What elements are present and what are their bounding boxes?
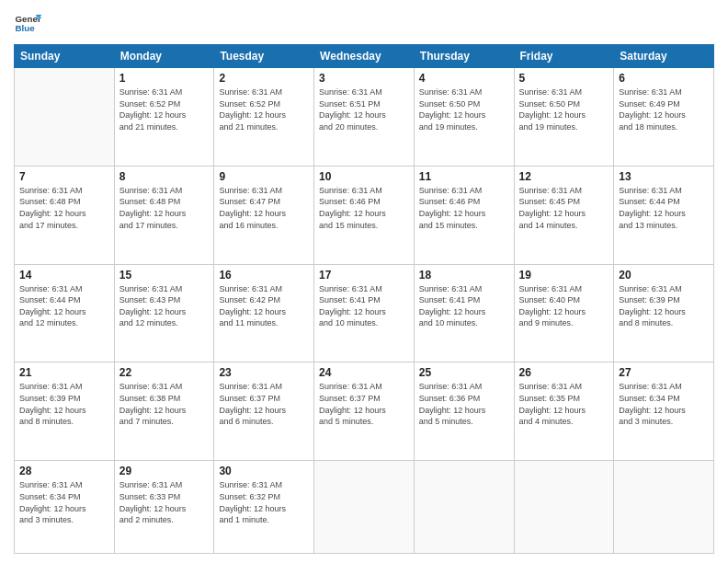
calendar-cell: 12Sunrise: 6:31 AM Sunset: 6:45 PM Dayli… xyxy=(514,166,614,264)
day-number: 7 xyxy=(19,170,109,183)
day-info: Sunrise: 6:31 AM Sunset: 6:49 PM Dayligh… xyxy=(619,86,709,132)
weekday-header-friday: Friday xyxy=(514,45,614,68)
calendar-cell: 1Sunrise: 6:31 AM Sunset: 6:52 PM Daylig… xyxy=(114,68,214,167)
weekday-header-thursday: Thursday xyxy=(414,45,514,68)
calendar-cell xyxy=(414,461,514,554)
calendar-cell: 4Sunrise: 6:31 AM Sunset: 6:50 PM Daylig… xyxy=(414,68,514,167)
day-info: Sunrise: 6:31 AM Sunset: 6:44 PM Dayligh… xyxy=(619,185,709,231)
calendar-cell: 28Sunrise: 6:31 AM Sunset: 6:34 PM Dayli… xyxy=(15,461,115,554)
day-number: 29 xyxy=(119,465,210,477)
day-info: Sunrise: 6:31 AM Sunset: 6:52 PM Dayligh… xyxy=(219,86,309,132)
day-number: 15 xyxy=(119,269,210,282)
day-number: 20 xyxy=(619,269,709,282)
day-number: 10 xyxy=(319,170,409,183)
calendar-cell: 5Sunrise: 6:31 AM Sunset: 6:50 PM Daylig… xyxy=(514,68,614,167)
calendar-week-3: 14Sunrise: 6:31 AM Sunset: 6:44 PM Dayli… xyxy=(15,264,714,362)
day-info: Sunrise: 6:31 AM Sunset: 6:39 PM Dayligh… xyxy=(619,283,709,329)
calendar-cell: 29Sunrise: 6:31 AM Sunset: 6:33 PM Dayli… xyxy=(114,461,214,554)
day-info: Sunrise: 6:31 AM Sunset: 6:50 PM Dayligh… xyxy=(419,86,509,132)
calendar-cell: 21Sunrise: 6:31 AM Sunset: 6:39 PM Dayli… xyxy=(15,362,115,461)
calendar-cell: 11Sunrise: 6:31 AM Sunset: 6:46 PM Dayli… xyxy=(414,166,514,264)
day-info: Sunrise: 6:31 AM Sunset: 6:44 PM Dayligh… xyxy=(19,283,109,329)
calendar-cell: 10Sunrise: 6:31 AM Sunset: 6:46 PM Dayli… xyxy=(314,166,415,264)
calendar-cell xyxy=(15,68,115,167)
calendar-cell: 30Sunrise: 6:31 AM Sunset: 6:32 PM Dayli… xyxy=(214,461,314,554)
day-info: Sunrise: 6:31 AM Sunset: 6:51 PM Dayligh… xyxy=(319,86,409,132)
day-number: 13 xyxy=(619,170,709,183)
day-info: Sunrise: 6:31 AM Sunset: 6:50 PM Dayligh… xyxy=(519,86,609,132)
day-number: 25 xyxy=(419,366,509,379)
day-number: 22 xyxy=(119,366,210,379)
weekday-header-saturday: Saturday xyxy=(614,45,714,68)
calendar-cell xyxy=(614,461,714,554)
day-info: Sunrise: 6:31 AM Sunset: 6:37 PM Dayligh… xyxy=(219,381,309,427)
calendar-cell: 13Sunrise: 6:31 AM Sunset: 6:44 PM Dayli… xyxy=(614,166,714,264)
weekday-header-sunday: Sunday xyxy=(15,45,115,68)
calendar-cell: 15Sunrise: 6:31 AM Sunset: 6:43 PM Dayli… xyxy=(114,264,214,362)
day-number: 3 xyxy=(319,72,409,85)
weekday-header-tuesday: Tuesday xyxy=(214,45,314,68)
day-info: Sunrise: 6:31 AM Sunset: 6:33 PM Dayligh… xyxy=(119,479,210,525)
logo: General Blue xyxy=(14,9,47,37)
calendar-cell: 18Sunrise: 6:31 AM Sunset: 6:41 PM Dayli… xyxy=(414,264,514,362)
calendar-cell: 8Sunrise: 6:31 AM Sunset: 6:48 PM Daylig… xyxy=(114,166,214,264)
calendar-week-2: 7Sunrise: 6:31 AM Sunset: 6:48 PM Daylig… xyxy=(15,166,714,264)
calendar-cell: 3Sunrise: 6:31 AM Sunset: 6:51 PM Daylig… xyxy=(314,68,415,167)
calendar-cell: 19Sunrise: 6:31 AM Sunset: 6:40 PM Dayli… xyxy=(514,264,614,362)
day-info: Sunrise: 6:31 AM Sunset: 6:43 PM Dayligh… xyxy=(119,283,210,329)
day-number: 27 xyxy=(619,366,709,379)
weekday-header-monday: Monday xyxy=(114,45,214,68)
calendar-cell xyxy=(314,461,415,554)
day-info: Sunrise: 6:31 AM Sunset: 6:46 PM Dayligh… xyxy=(419,185,509,231)
day-number: 24 xyxy=(319,366,409,379)
calendar-table: SundayMondayTuesdayWednesdayThursdayFrid… xyxy=(14,44,714,554)
weekday-header-row: SundayMondayTuesdayWednesdayThursdayFrid… xyxy=(15,45,714,68)
calendar-cell: 24Sunrise: 6:31 AM Sunset: 6:37 PM Dayli… xyxy=(314,362,415,461)
calendar-cell: 9Sunrise: 6:31 AM Sunset: 6:47 PM Daylig… xyxy=(214,166,314,264)
day-info: Sunrise: 6:31 AM Sunset: 6:52 PM Dayligh… xyxy=(119,86,210,132)
day-info: Sunrise: 6:31 AM Sunset: 6:47 PM Dayligh… xyxy=(219,185,309,231)
day-info: Sunrise: 6:31 AM Sunset: 6:46 PM Dayligh… xyxy=(319,185,409,231)
day-info: Sunrise: 6:31 AM Sunset: 6:42 PM Dayligh… xyxy=(219,283,309,329)
day-number: 4 xyxy=(419,72,509,85)
calendar-cell: 6Sunrise: 6:31 AM Sunset: 6:49 PM Daylig… xyxy=(614,68,714,167)
day-number: 16 xyxy=(219,269,309,282)
day-number: 2 xyxy=(219,72,309,85)
day-info: Sunrise: 6:31 AM Sunset: 6:39 PM Dayligh… xyxy=(19,381,109,427)
calendar-cell: 14Sunrise: 6:31 AM Sunset: 6:44 PM Dayli… xyxy=(15,264,115,362)
day-info: Sunrise: 6:31 AM Sunset: 6:45 PM Dayligh… xyxy=(519,185,609,231)
day-info: Sunrise: 6:31 AM Sunset: 6:48 PM Dayligh… xyxy=(19,185,109,231)
day-info: Sunrise: 6:31 AM Sunset: 6:36 PM Dayligh… xyxy=(419,381,509,427)
day-number: 19 xyxy=(519,269,609,282)
day-number: 6 xyxy=(619,72,709,85)
day-info: Sunrise: 6:31 AM Sunset: 6:40 PM Dayligh… xyxy=(519,283,609,329)
day-number: 9 xyxy=(219,170,309,183)
day-info: Sunrise: 6:31 AM Sunset: 6:48 PM Dayligh… xyxy=(119,185,210,231)
calendar-cell: 17Sunrise: 6:31 AM Sunset: 6:41 PM Dayli… xyxy=(314,264,415,362)
day-number: 30 xyxy=(219,465,309,477)
calendar-cell xyxy=(514,461,614,554)
day-info: Sunrise: 6:31 AM Sunset: 6:34 PM Dayligh… xyxy=(619,381,709,427)
calendar-cell: 2Sunrise: 6:31 AM Sunset: 6:52 PM Daylig… xyxy=(214,68,314,167)
calendar-cell: 23Sunrise: 6:31 AM Sunset: 6:37 PM Dayli… xyxy=(214,362,314,461)
calendar-cell: 25Sunrise: 6:31 AM Sunset: 6:36 PM Dayli… xyxy=(414,362,514,461)
calendar-week-5: 28Sunrise: 6:31 AM Sunset: 6:34 PM Dayli… xyxy=(15,461,714,554)
calendar-cell: 22Sunrise: 6:31 AM Sunset: 6:38 PM Dayli… xyxy=(114,362,214,461)
day-info: Sunrise: 6:31 AM Sunset: 6:41 PM Dayligh… xyxy=(319,283,409,329)
day-number: 28 xyxy=(19,465,109,477)
day-number: 26 xyxy=(519,366,609,379)
day-number: 11 xyxy=(419,170,509,183)
day-number: 23 xyxy=(219,366,309,379)
calendar-cell: 20Sunrise: 6:31 AM Sunset: 6:39 PM Dayli… xyxy=(614,264,714,362)
calendar-week-1: 1Sunrise: 6:31 AM Sunset: 6:52 PM Daylig… xyxy=(15,68,714,167)
page: General Blue SundayMondayTuesdayWednesda… xyxy=(0,0,728,563)
day-info: Sunrise: 6:31 AM Sunset: 6:38 PM Dayligh… xyxy=(119,381,210,427)
svg-text:Blue: Blue xyxy=(16,23,36,33)
day-number: 17 xyxy=(319,269,409,282)
calendar-week-4: 21Sunrise: 6:31 AM Sunset: 6:39 PM Dayli… xyxy=(15,362,714,461)
weekday-header-wednesday: Wednesday xyxy=(314,45,415,68)
calendar-cell: 16Sunrise: 6:31 AM Sunset: 6:42 PM Dayli… xyxy=(214,264,314,362)
day-number: 8 xyxy=(119,170,210,183)
header: General Blue xyxy=(14,9,714,37)
day-info: Sunrise: 6:31 AM Sunset: 6:34 PM Dayligh… xyxy=(19,479,109,525)
